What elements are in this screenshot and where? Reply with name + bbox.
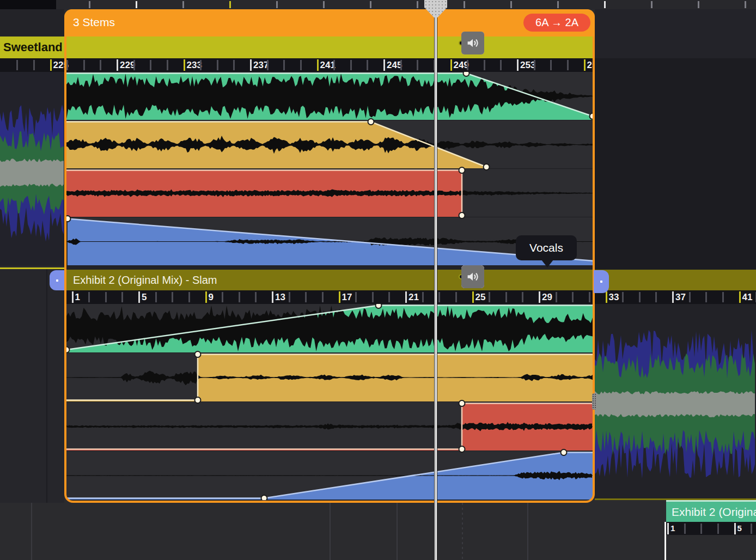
- envelope-control-point[interactable]: [66, 216, 71, 222]
- overview-layer-2: [595, 391, 755, 417]
- ruler-minor-tick: [417, 60, 418, 70]
- ruler-bar-number: 37: [675, 292, 686, 303]
- top-overview-tick: [698, 1, 699, 8]
- ruler-minor-tick: [622, 292, 624, 302]
- track2-overview-svg: [595, 304, 756, 500]
- ruler-major-tick: [138, 291, 140, 303]
- envelope-control-point[interactable]: [459, 400, 465, 406]
- ruler-major-tick: [472, 291, 474, 303]
- ruler-minor-tick: [500, 60, 502, 70]
- ruler-minor-tick: [751, 524, 752, 534]
- track1-right-margin: [595, 9, 756, 58]
- top-overview-tick: [557, 1, 559, 8]
- ruler-major-tick: [517, 59, 519, 71]
- ruler-minor-tick: [684, 524, 686, 534]
- track1-overview-waveform[interactable]: [0, 72, 64, 266]
- track2-drag-handle-left[interactable]: [50, 270, 64, 290]
- playhead-pin[interactable]: [424, 0, 447, 17]
- grid-line: [397, 503, 398, 560]
- ruler-major-tick: [450, 59, 452, 71]
- ruler-minor-tick: [83, 60, 85, 70]
- ruler-major-tick: [383, 59, 385, 71]
- top-overview-timeline[interactable]: [0, 0, 756, 9]
- track1-title: Sweetland: [0, 40, 63, 54]
- track1-title-band[interactable]: Sweetland: [0, 36, 594, 58]
- key-transition-badge: 6A → 2A: [523, 14, 590, 32]
- envelope-control-point[interactable]: [459, 212, 465, 218]
- track2-overview-waveform[interactable]: [595, 304, 756, 500]
- ruler-minor-tick: [267, 60, 269, 70]
- master-volume-button-track1[interactable]: [461, 32, 484, 54]
- ruler-minor-tick: [133, 60, 135, 70]
- ruler-minor-tick: [300, 60, 302, 70]
- top-overview-tick: [604, 1, 606, 8]
- ruler-minor-tick: [172, 292, 173, 302]
- ruler-minor-tick: [350, 60, 352, 70]
- deck-resize-nub[interactable]: [592, 393, 596, 410]
- ruler-bar-number: 5: [142, 292, 147, 303]
- top-overview-tick: [651, 1, 653, 8]
- ruler-minor-tick: [333, 60, 335, 70]
- track1-overview-svg: [0, 72, 64, 266]
- envelope-control-point[interactable]: [261, 495, 267, 500]
- ruler-minor-tick: [372, 292, 374, 302]
- top-overview-tick: [182, 1, 184, 8]
- track2-bar-ruler[interactable]: 1591317212529333741: [66, 290, 756, 304]
- envelope-control-point[interactable]: [195, 351, 201, 357]
- ruler-bar-number: 21: [409, 292, 419, 303]
- ruler-minor-tick: [121, 292, 123, 302]
- envelope-control-point[interactable]: [459, 446, 465, 452]
- ruler-minor-tick: [16, 60, 18, 70]
- ruler-major-tick: [405, 291, 407, 303]
- envelope-control-point[interactable]: [561, 449, 567, 455]
- speaker-icon: [465, 269, 481, 285]
- empty-timeline-area: [0, 503, 756, 560]
- ruler-minor-tick: [367, 60, 368, 70]
- envelope-control-point[interactable]: [195, 397, 201, 403]
- track2-drag-handle-right[interactable]: [594, 270, 609, 293]
- master-volume-button-track2[interactable]: [461, 265, 484, 288]
- playhead-line[interactable]: [434, 0, 437, 560]
- top-overview-tick: [89, 1, 90, 8]
- ruler-minor-tick: [283, 60, 285, 70]
- ruler-minor-tick: [722, 292, 724, 302]
- ruler-minor-tick: [100, 60, 101, 70]
- top-overview-tick: [323, 1, 325, 8]
- track2-left-empty-area: [0, 269, 64, 503]
- envelope-control-point[interactable]: [368, 119, 374, 125]
- ruler-minor-tick: [705, 292, 707, 302]
- ruler-bar-number: 17: [342, 292, 352, 303]
- ruler-minor-tick: [438, 292, 440, 302]
- mini-deck-ruler[interactable]: 15: [666, 522, 756, 535]
- track1-bar-ruler[interactable]: 225229233237241245249253257: [0, 58, 595, 72]
- ruler-major-tick: [584, 59, 586, 71]
- track1-bottom-divider: [0, 267, 64, 269]
- top-overview-tick: [417, 1, 418, 8]
- track1-stem-lanes[interactable]: [66, 72, 593, 266]
- envelope-control-point[interactable]: [459, 167, 465, 173]
- ruler-minor-tick: [717, 524, 719, 534]
- envelope-control-point[interactable]: [464, 72, 470, 76]
- mini-deck-playhead[interactable]: [664, 522, 666, 560]
- ruler-major-tick: [117, 59, 118, 71]
- ruler-major-tick: [734, 523, 736, 534]
- ruler-minor-tick: [305, 292, 307, 302]
- ruler-minor-tick: [88, 292, 90, 302]
- deck-header-bar[interactable]: 3 Stems 6A → 2A: [64, 9, 595, 36]
- mini-deck-title-band[interactable]: Exhibit 2 (Original Mix) - Slam: [666, 500, 756, 522]
- ruler-minor-tick: [522, 292, 523, 302]
- ruler-minor-tick: [639, 292, 641, 302]
- track2-title-band[interactable]: Exhibit 2 (Original Mix) - Slam: [66, 270, 756, 290]
- overview-layer-2: [0, 159, 64, 187]
- envelope-control-point[interactable]: [66, 347, 70, 353]
- envelope-control-point[interactable]: [376, 304, 382, 308]
- ruler-major-tick: [539, 291, 540, 303]
- envelope-control-point[interactable]: [590, 113, 593, 119]
- envelope-control-point[interactable]: [484, 164, 490, 170]
- ruler-minor-tick: [589, 292, 590, 302]
- ruler-bar-number: 1: [75, 292, 80, 303]
- track2-title: Exhibit 2 (Original Mix) - Slam: [66, 274, 217, 286]
- track2-stem-lanes[interactable]: [66, 304, 593, 500]
- ruler-minor-tick: [484, 60, 485, 70]
- ruler-major-tick: [672, 291, 674, 303]
